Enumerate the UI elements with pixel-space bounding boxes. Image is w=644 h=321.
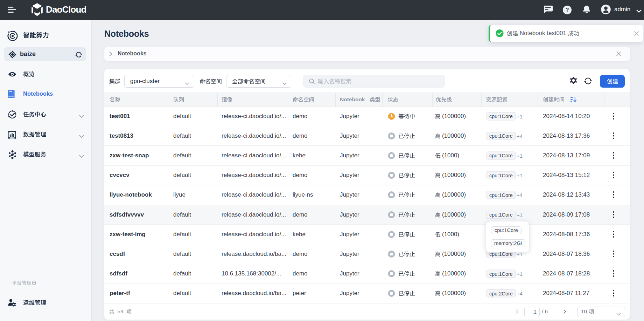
svg-text:?: ? <box>565 7 569 13</box>
